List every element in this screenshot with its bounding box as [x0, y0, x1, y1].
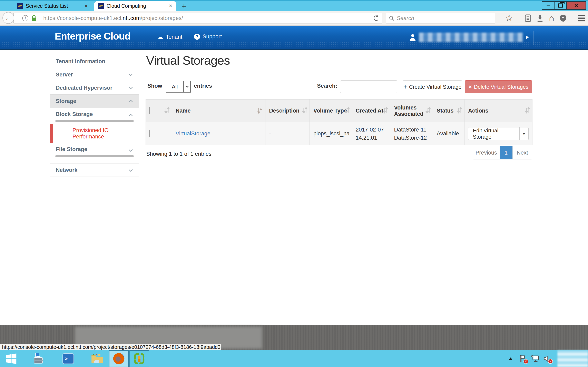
sort-icon: [457, 107, 462, 115]
column-label: Created At: [356, 108, 383, 114]
sidebar-item-provisioned-io-performance[interactable]: Provisioned IO Performance: [50, 124, 139, 143]
reload-button[interactable]: [370, 13, 382, 23]
user-icon: [409, 33, 416, 41]
vsphere-client-button[interactable]: [130, 350, 149, 367]
page-info-icon[interactable]: i: [22, 15, 28, 21]
site-navbar: Enterprise Cloud ☁ Tenant ? Support: [0, 26, 588, 50]
table-summary: Showing 1 to 1 of 1 entries: [146, 151, 212, 157]
sidebar-item-label: Provisioned IO Performance: [72, 127, 139, 140]
url-text[interactable]: https://console-compute-uk1.ecl.ntt.com/…: [43, 15, 382, 21]
sidebar-item-label: File Storage: [56, 146, 87, 152]
header-description[interactable]: Description: [265, 100, 310, 122]
chevron-down-icon: [129, 148, 133, 152]
sidebar-item-tenant-information[interactable]: Tenant Information: [50, 55, 139, 68]
sort-icon: [525, 107, 530, 115]
screen: Service Status List × Cloud Computing × …: [0, 0, 588, 367]
user-name-redacted: [419, 33, 523, 42]
actions-split-button: Edit Virtual Storage ▾: [468, 127, 528, 140]
new-tab-button[interactable]: +: [178, 2, 190, 11]
column-label: Name: [176, 108, 191, 114]
user-menu[interactable]: [409, 33, 529, 42]
tab-close-icon[interactable]: ×: [84, 2, 88, 9]
virtual-storage-link[interactable]: VirtualStorage: [176, 131, 210, 137]
restore-button[interactable]: [554, 1, 567, 10]
actions-dropdown-toggle[interactable]: ▾: [520, 127, 528, 140]
tab-service-status-list[interactable]: Service Status List ×: [13, 1, 91, 11]
start-button[interactable]: [0, 350, 22, 367]
table-search-input[interactable]: [340, 80, 397, 93]
row-checkbox[interactable]: [149, 130, 150, 137]
bookmarks-menu-icon[interactable]: [525, 14, 531, 22]
header-select-all[interactable]: [146, 100, 172, 122]
header-actions[interactable]: Actions: [465, 100, 532, 122]
sidebar-item-server[interactable]: Server: [50, 68, 139, 81]
sidebar-item-network[interactable]: Network: [50, 164, 139, 177]
pagination-next[interactable]: Next: [512, 146, 532, 159]
minimize-button[interactable]: –: [542, 1, 554, 10]
server-manager-button[interactable]: [29, 350, 48, 367]
powershell-button[interactable]: >_: [58, 350, 78, 367]
question-icon: ?: [194, 34, 200, 40]
brand-logo[interactable]: Enterprise Cloud: [55, 31, 130, 42]
firefox-button[interactable]: [109, 350, 129, 367]
network-icon[interactable]: [531, 355, 539, 363]
header-name[interactable]: Name: [172, 100, 265, 122]
sidebar-item-file-storage[interactable]: File Storage: [50, 143, 139, 159]
create-button-label: Create Virtual Storage: [409, 84, 461, 90]
search-icon: [389, 15, 394, 21]
sidebar: Tenant Information Server Dedicated Hype…: [50, 50, 139, 201]
browser-search-box[interactable]: [386, 13, 495, 24]
back-button[interactable]: ←: [2, 12, 14, 24]
page-title: Virtual Storages: [146, 53, 230, 67]
divider: [533, 31, 534, 45]
delete-virtual-storages-button[interactable]: × Delete Virtual Storages: [465, 80, 532, 93]
sidebar-item-block-storage[interactable]: Block Storage: [50, 108, 139, 124]
table-header-row: Name Description Volume Type: [146, 100, 532, 122]
pagination-previous[interactable]: Previous: [473, 146, 500, 159]
bookmark-star-icon[interactable]: ☆: [505, 13, 513, 23]
edit-virtual-storage-button[interactable]: Edit Virtual Storage: [468, 127, 520, 140]
created-date: 2017-02-07: [356, 125, 387, 134]
page-size-select[interactable]: All: [166, 81, 191, 92]
select-all-checkbox[interactable]: [149, 107, 150, 114]
downloads-icon[interactable]: [537, 15, 543, 22]
page-size-value: All: [166, 83, 183, 90]
tray-expand-icon[interactable]: [509, 358, 512, 360]
sidebar-item-dedicated-hypervisor[interactable]: Dedicated Hypervisor: [50, 81, 139, 94]
home-icon[interactable]: ⌂: [549, 13, 554, 23]
nav-support[interactable]: ? Support: [194, 33, 222, 40]
cell-actions: Edit Virtual Storage ▾: [465, 122, 532, 145]
header-created-at[interactable]: Created At: [352, 100, 390, 122]
create-virtual-storage-button[interactable]: + Create Virtual Storage: [403, 80, 462, 93]
cell-name: VirtualStorage: [172, 122, 265, 145]
header-volumes-associated[interactable]: Volumes Associated: [390, 100, 433, 122]
url-path: /project/storages/: [141, 15, 183, 21]
sidebar-item-storage[interactable]: Storage: [50, 94, 139, 108]
header-volume-type[interactable]: Volume Type: [310, 100, 352, 122]
volume-icon[interactable]: ×: [544, 355, 551, 363]
server-manager-icon: [33, 353, 44, 365]
pagination-page-1[interactable]: 1: [500, 146, 512, 159]
lock-icon[interactable]: [31, 15, 36, 21]
tab-close-icon[interactable]: ×: [169, 2, 172, 9]
browser-toolbar: ← i https://console-compute-uk1.ecl.ntt.…: [0, 11, 588, 26]
url-bar[interactable]: i https://console-compute-uk1.ecl.ntt.co…: [13, 13, 382, 24]
pagination: Previous 1 Next: [473, 146, 532, 159]
action-center-flag-icon[interactable]: ×: [519, 355, 526, 363]
sidebar-item-partial: [50, 50, 139, 55]
sort-icon: [164, 107, 170, 115]
close-button[interactable]: ×: [566, 1, 586, 10]
sidebar-item-label: Storage: [56, 98, 76, 104]
toolbar-icons: ☆ ⌂: [505, 13, 585, 24]
sort-icon: [302, 107, 307, 115]
browser-search-input[interactable]: [397, 15, 492, 21]
chevron-up-icon: [129, 114, 133, 118]
header-status[interactable]: Status: [433, 100, 465, 122]
tab-cloud-computing[interactable]: Cloud Computing ×: [94, 1, 176, 11]
clock-redacted[interactable]: [557, 350, 588, 367]
menu-icon[interactable]: [578, 15, 585, 21]
sort-icon: [425, 107, 431, 115]
shield-icon[interactable]: [560, 15, 566, 22]
nav-tenant[interactable]: ☁ Tenant: [157, 33, 182, 41]
file-explorer-button[interactable]: [87, 350, 107, 367]
